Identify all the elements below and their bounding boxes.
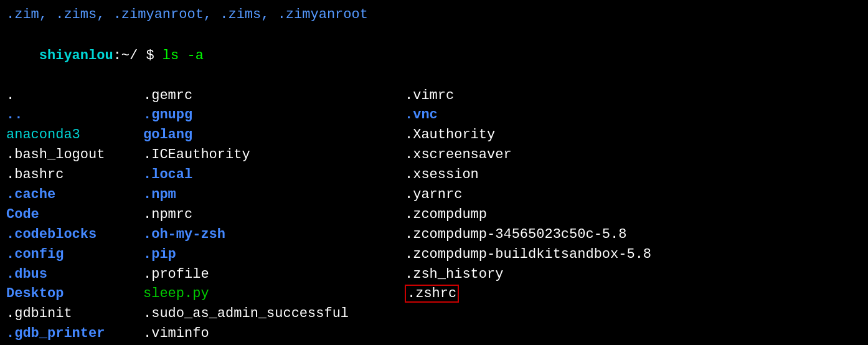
list-item: sleep.py — [143, 284, 405, 304]
list-item: . — [6, 86, 143, 106]
prompt-command: ls -a — [163, 48, 204, 64]
list-item: .sudo_as_admin_successful — [143, 304, 405, 324]
ls-output: . .. anaconda3 .bash_logout .bashrc .cac… — [6, 86, 862, 344]
list-item: golang — [143, 125, 405, 145]
list-item: .npm — [143, 185, 405, 205]
list-item: .gdbinit — [6, 304, 143, 324]
column-1: . .. anaconda3 .bash_logout .bashrc .cac… — [6, 86, 143, 344]
list-item: .. — [6, 105, 143, 125]
list-item: .gdb_printer — [6, 324, 143, 344]
terminal-container: .zim, .zims, .zimyanroot, .zims, .zimyan… — [6, 5, 862, 344]
list-item: anaconda3 — [6, 125, 143, 145]
prompt-dollar: $ — [138, 48, 163, 64]
column-3: .vimrc .vnc .Xauthority .xscreensaver .x… — [405, 86, 862, 344]
list-item: .vnc — [405, 105, 862, 125]
list-item: .zcompdump-buildkitsandbox-5.8 — [405, 245, 862, 265]
zshrc-item: .zshrc — [405, 284, 862, 304]
list-item: .yarnrc — [405, 185, 862, 205]
list-item: .profile — [143, 265, 405, 285]
column-2: .gemrc .gnupg golang .ICEauthority .loca… — [143, 86, 405, 344]
list-item: .cache — [6, 185, 143, 205]
list-item: .dbus — [6, 265, 143, 285]
list-item: .bashrc — [6, 165, 143, 185]
list-item: .config — [6, 245, 143, 265]
list-item: .local — [143, 165, 405, 185]
prompt-separator: :~/ — [113, 48, 138, 64]
list-item: .zsh_history — [405, 265, 862, 285]
list-item: Desktop — [6, 284, 143, 304]
list-item: .bash_logout — [6, 145, 143, 165]
list-item: .zcompdump — [405, 205, 862, 225]
top-overflow-line: .zim, .zims, .zimyanroot, .zims, .zimyan… — [6, 5, 862, 25]
list-item: .zcompdump-34565023c50c-5.8 — [405, 225, 862, 245]
list-item: .gemrc — [143, 86, 405, 106]
prompt-username: shiyanlou — [39, 48, 113, 64]
list-item: .viminfo — [143, 324, 405, 344]
list-item: .xscreensaver — [405, 145, 862, 165]
zshrc-highlighted: .zshrc — [405, 285, 459, 303]
list-item: .vimrc — [405, 86, 862, 106]
prompt-line: shiyanlou:~/ $ ls -a — [6, 26, 862, 86]
list-item: .ICEauthority — [143, 145, 405, 165]
list-item: .pip — [143, 245, 405, 265]
list-item: .oh-my-zsh — [143, 225, 405, 245]
list-item: .npmrc — [143, 205, 405, 225]
list-item: .codeblocks — [6, 225, 143, 245]
list-item: Code — [6, 205, 143, 225]
list-item: .gnupg — [143, 105, 405, 125]
list-item: .xsession — [405, 165, 862, 185]
list-item: .Xauthority — [405, 125, 862, 145]
